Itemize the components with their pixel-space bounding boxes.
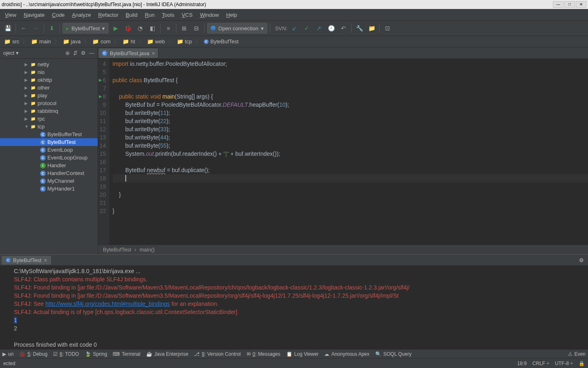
caret-position[interactable]: 18:9 — [517, 361, 526, 366]
run-icon[interactable]: ▶ — [110, 23, 121, 34]
window-minimize[interactable]: — — [553, 1, 564, 8]
menu-vcs[interactable]: VCS — [178, 11, 196, 19]
code-line[interactable] — [113, 84, 588, 92]
breadcrumb-main[interactable]: 📁main — [29, 38, 52, 45]
open-connection-button[interactable]: Open connection ▾ — [207, 23, 267, 34]
breadcrumb-ht[interactable]: 📁ht — [121, 38, 137, 45]
tree-item-rabbitmq[interactable]: ▶📁rabbitmq — [0, 107, 98, 115]
menu-code[interactable]: Code — [49, 11, 68, 19]
breadcrumb-java[interactable]: 📁java — [61, 38, 82, 45]
window-maximize[interactable]: □ — [564, 1, 575, 8]
tree-item-rpc[interactable]: ▶📁rpc — [0, 115, 98, 123]
tree-item-mychannel[interactable]: CMyChannel — [0, 177, 98, 185]
gutter-line[interactable]: 19 — [100, 182, 106, 191]
editor-tab-bytebuftest[interactable]: C ByteBufTest.java × — [98, 48, 158, 58]
menu-window[interactable]: Window — [197, 11, 222, 19]
window-close[interactable]: ✕ — [576, 1, 586, 8]
svn-compare-icon[interactable]: ↗ — [314, 23, 324, 34]
tree-item-tcp[interactable]: ▼📁tcp — [0, 123, 98, 130]
build-icon[interactable]: ⬇ — [47, 23, 57, 34]
menu-refactor[interactable]: Refactor — [95, 11, 122, 19]
tool-tab-log-viewer[interactable]: 📋Log Viewer — [286, 351, 319, 357]
gutter-line[interactable]: 17 — [100, 166, 106, 174]
tool-tab-even[interactable]: ⚠Even — [568, 351, 586, 357]
plugin-icon[interactable]: ⊡ — [382, 23, 393, 34]
gutter-line[interactable]: 10 — [100, 109, 106, 117]
console-output[interactable]: C:\MySoftWare\java8\jdk1.8.0_181\bin\jav… — [0, 265, 588, 349]
code-line[interactable] — [113, 68, 588, 76]
menu-navigate[interactable]: Navigate — [20, 11, 48, 19]
close-run-tab-icon[interactable]: × — [44, 257, 47, 263]
tree-item-nio[interactable]: ▶📁nio — [0, 68, 98, 76]
crumb-class[interactable]: ByteBufTest — [103, 247, 131, 253]
code-line[interactable]: } — [113, 191, 588, 199]
line-separator[interactable]: CRLF ÷ — [532, 361, 549, 366]
gutter-line[interactable]: 12 — [100, 125, 106, 133]
stop-icon[interactable]: ■ — [163, 23, 174, 34]
tool-tab-terminal[interactable]: ⌨Terminal — [113, 351, 140, 357]
project-structure-icon[interactable]: 📁 — [366, 23, 377, 34]
tree-item-bytebuffertest[interactable]: CByteBufferTest — [0, 130, 98, 138]
breadcrumb-web[interactable]: 📁web — [145, 38, 167, 45]
svn-update-icon[interactable]: ↙ — [289, 23, 300, 34]
code-line[interactable] — [113, 174, 588, 182]
gutter-line[interactable]: ▶6 — [100, 76, 106, 84]
code-line[interactable]: System.out.println(buf.readerIndex() + "… — [113, 150, 588, 158]
tool-tab-9-version-control[interactable]: ⎇9: Version Control — [194, 351, 241, 357]
tool-tab-un[interactable]: ▶un — [2, 351, 13, 357]
settings-icon[interactable]: 🔧 — [354, 23, 365, 34]
breadcrumb-ByteBufTest[interactable]: CByteBufTest — [202, 38, 240, 45]
target-icon[interactable]: ⊕ — [65, 50, 70, 56]
code-line[interactable] — [113, 182, 588, 191]
menu-run[interactable]: Run — [142, 11, 158, 19]
code-line[interactable]: public static void main(String[] args) { — [113, 92, 588, 101]
tree-item-bytebuftest[interactable]: CByteBufTest — [0, 138, 98, 146]
menu-analyze[interactable]: Analyze — [69, 11, 94, 19]
file-encoding[interactable]: UTF-8 ÷ — [555, 361, 573, 366]
gutter-line[interactable]: 4 — [100, 60, 106, 68]
svn-history-icon[interactable]: 🕘 — [326, 23, 336, 34]
code-line[interactable]: buf.writeByte(11); — [113, 109, 588, 117]
code-line[interactable]: public class ByteBufTest { — [113, 76, 588, 84]
gear-icon[interactable]: ⚙ — [81, 50, 86, 56]
tool-tab-anonymous-apex[interactable]: ☁Anonymous Apex — [324, 351, 369, 357]
tool-tab-5-debug[interactable]: 🐞5: Debug — [19, 351, 47, 357]
tree-item-other[interactable]: ▶📁other — [0, 84, 98, 92]
tree-item-handler[interactable]: IHandler — [0, 162, 98, 169]
save-all-icon[interactable]: 💾 — [2, 23, 13, 34]
tool-tab-6-todo[interactable]: ☑6: TODO — [53, 351, 79, 357]
code-line[interactable]: ByteBuf buf = PooledByteBufAllocator.DEF… — [113, 101, 588, 109]
run-settings-icon[interactable]: ⚙ — [577, 257, 586, 263]
coverage-icon[interactable]: ◔ — [135, 23, 145, 34]
run-tab-bytebuftest[interactable]: C ByteBufTest × — [2, 256, 51, 265]
code-editor[interactable]: 45▶67▶8910111213141516171819202122 impor… — [98, 59, 588, 245]
tree-item-eventloop[interactable]: CEventLoop — [0, 146, 98, 154]
code-line[interactable]: buf.writeByte(33); — [113, 125, 588, 133]
breadcrumb-tcp[interactable]: 📁tcp — [175, 38, 194, 45]
close-tab-icon[interactable]: × — [152, 50, 155, 56]
console-link[interactable]: http://www.slf4j.org/codes.html#multiple… — [45, 301, 170, 307]
crumb-method[interactable]: main() — [140, 247, 155, 253]
tree-item-play[interactable]: ▶📁play — [0, 92, 98, 99]
gutter-line[interactable]: 13 — [100, 133, 106, 141]
tool-tab-soql-query[interactable]: 🔍SOQL Query — [375, 351, 412, 357]
gutter-line[interactable]: 20 — [100, 191, 106, 199]
tree-item-netty[interactable]: ▶📁netty — [0, 61, 98, 68]
svn-revert-icon[interactable]: ↶ — [338, 23, 349, 34]
project-view-selector[interactable]: oject ▾ — [3, 50, 62, 56]
hide-icon[interactable]: — — [89, 50, 94, 56]
code-line[interactable]: buf.writeByte(55); — [113, 141, 588, 150]
gutter-line[interactable]: 16 — [100, 158, 106, 166]
gutter-line[interactable]: 7 — [100, 84, 106, 92]
menu-build[interactable]: Build — [122, 11, 141, 19]
menu-help[interactable]: Help — [223, 11, 241, 19]
tool-tab-spring[interactable]: 🍃Spring — [85, 351, 107, 357]
tool-tab-0-messages[interactable]: ✉0: Messages — [247, 351, 281, 357]
code-line[interactable] — [113, 199, 588, 207]
gutter-line[interactable]: 9 — [100, 101, 106, 109]
gutter-line[interactable]: 5 — [100, 68, 106, 76]
debug-icon[interactable]: 🐞 — [122, 23, 133, 34]
collapse-icon[interactable]: ⇵ — [73, 50, 78, 56]
gutter-line[interactable]: 18 — [100, 174, 106, 182]
svn-commit-icon[interactable]: ✓ — [301, 23, 312, 34]
